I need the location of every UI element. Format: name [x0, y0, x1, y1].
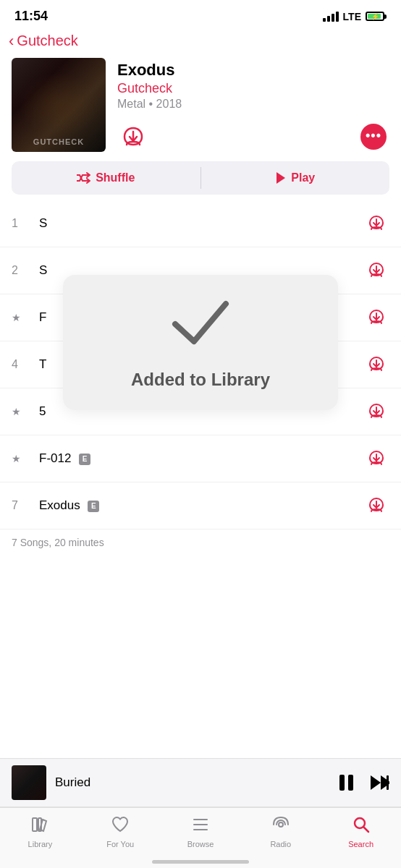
more-options-button[interactable]: •••	[360, 124, 387, 150]
added-to-library-toast: Added to Library	[63, 275, 338, 410]
checkmark-icon	[168, 297, 233, 357]
track-number: 4	[12, 358, 32, 371]
tab-browse[interactable]: Browse	[161, 815, 241, 848]
track-download-button[interactable]	[363, 446, 389, 472]
back-nav[interactable]: ‹ Gutcheck	[0, 28, 401, 52]
download-album-button[interactable]	[117, 121, 149, 153]
pause-button[interactable]	[339, 774, 355, 791]
track-download-button[interactable]	[363, 352, 389, 378]
album-art-text: GUTCHECK	[33, 137, 84, 146]
track-download-button[interactable]	[363, 399, 389, 425]
action-bar: Shuffle Play	[12, 161, 389, 195]
track-row[interactable]: ★ F-012 E	[0, 435, 401, 482]
album-info: Exodus Gutcheck Metal • 2018 •••	[117, 58, 389, 153]
track-number: 2	[12, 264, 32, 277]
tab-for-you-label: For You	[106, 840, 134, 848]
lte-label: LTE	[343, 11, 361, 22]
now-playing-bar[interactable]: Buried	[0, 758, 401, 807]
heart-icon	[111, 815, 130, 837]
track-download-button[interactable]	[363, 210, 389, 237]
svg-rect-0	[339, 775, 345, 791]
play-label: Play	[291, 171, 315, 184]
track-number: ★	[12, 452, 32, 465]
tab-radio[interactable]: Radio	[240, 815, 321, 848]
track-row[interactable]: 7 Exodus E	[0, 482, 401, 529]
tab-library-label: Library	[28, 840, 53, 848]
album-title: Exodus	[117, 61, 389, 80]
svg-rect-1	[348, 775, 353, 791]
now-playing-art	[12, 765, 46, 800]
toast-message: Added to Library	[131, 370, 270, 390]
track-download-button[interactable]	[363, 258, 389, 284]
svg-rect-2	[387, 775, 389, 790]
track-number: 1	[12, 217, 32, 230]
track-title: Exodus E	[32, 498, 363, 513]
track-number: ★	[12, 405, 32, 418]
album-art: GUTCHECK	[12, 58, 106, 152]
radio-icon	[271, 815, 290, 837]
track-download-button[interactable]	[363, 493, 389, 519]
status-icons: LTE ⚡	[323, 11, 387, 22]
ellipsis-icon: •••	[366, 128, 381, 143]
browse-icon	[191, 815, 210, 837]
track-number: 7	[12, 499, 32, 512]
now-playing-controls	[339, 774, 389, 791]
shuffle-button[interactable]: Shuffle	[12, 161, 200, 195]
album-art-figures	[19, 72, 98, 137]
status-time: 11:54	[14, 9, 48, 24]
explicit-badge: E	[88, 501, 99, 512]
skip-forward-button[interactable]	[369, 774, 389, 791]
home-indicator	[152, 860, 249, 864]
album-actions: •••	[117, 121, 389, 153]
tab-browse-label: Browse	[187, 840, 214, 848]
tab-for-you[interactable]: For You	[80, 815, 161, 848]
album-header: GUTCHECK Exodus Gutcheck Metal • 2018 ••…	[0, 52, 401, 161]
svg-point-5	[279, 822, 283, 827]
svg-rect-3	[33, 818, 37, 831]
album-artist: Gutcheck	[117, 81, 389, 96]
track-row[interactable]: 1 S	[0, 200, 401, 247]
library-icon	[30, 815, 49, 837]
tab-radio-label: Radio	[270, 840, 291, 848]
back-chevron-icon: ‹	[9, 33, 14, 49]
track-download-button[interactable]	[363, 305, 389, 331]
shuffle-label: Shuffle	[96, 171, 135, 184]
tab-search[interactable]: Search	[321, 815, 401, 848]
track-title: F-012 E	[32, 451, 363, 466]
tab-library[interactable]: Library	[0, 815, 80, 848]
tab-search-label: Search	[348, 840, 373, 848]
track-title: S	[32, 216, 363, 231]
tab-bar: Library For You Browse Radio	[0, 807, 401, 868]
back-label: Gutcheck	[17, 33, 77, 49]
explicit-badge: E	[79, 454, 90, 465]
battery-icon: ⚡	[366, 12, 387, 21]
search-icon	[352, 815, 371, 837]
signal-bars-icon	[323, 12, 339, 22]
status-bar: 11:54 LTE ⚡	[0, 0, 401, 28]
album-meta: Metal • 2018	[117, 98, 389, 111]
play-button[interactable]: Play	[201, 161, 390, 195]
now-playing-art-inner	[12, 765, 46, 800]
track-number: ★	[12, 311, 32, 324]
now-playing-title: Buried	[55, 775, 330, 790]
track-count: 7 Songs, 20 minutes	[0, 529, 401, 563]
